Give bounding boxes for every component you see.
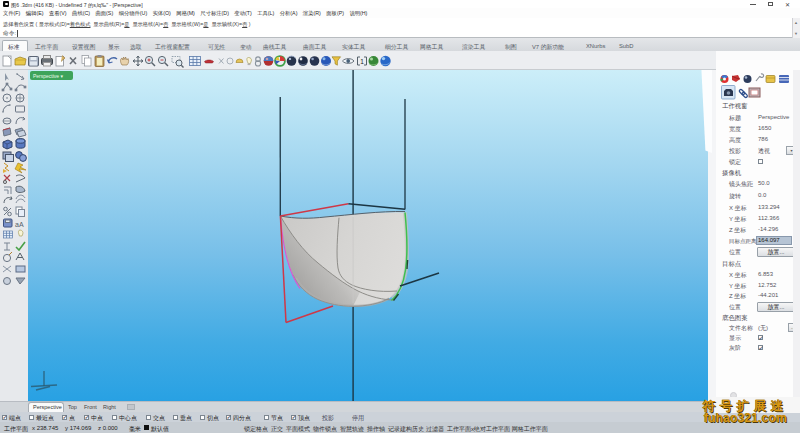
svg-text:1: 1 xyxy=(360,58,364,65)
svg-text:aA: aA xyxy=(15,221,24,228)
